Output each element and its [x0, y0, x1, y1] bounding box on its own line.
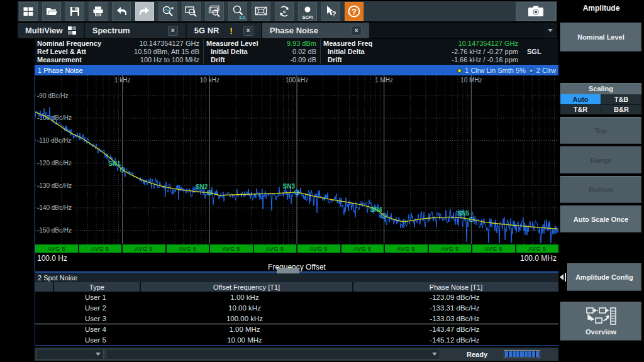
scpi-label: SCPI — [299, 15, 316, 19]
amplitude-config-button[interactable]: Amplitude Config — [567, 263, 641, 291]
info-value: -2.76 kHz / -0.27 ppm — [452, 48, 518, 56]
cell-phase-noise: -133.03 dBc/Hz — [351, 313, 558, 324]
magnifier-icon — [231, 5, 244, 15]
cell-offset-frequency[interactable]: 10.00 MHz — [138, 334, 351, 345]
table-row[interactable]: User 3 100.00 kHz -133.03 dBc/Hz — [35, 313, 558, 324]
nominal-level-button[interactable]: Nominal Level — [560, 23, 641, 52]
info-label: Initial Delta — [323, 48, 365, 56]
auto-scale-once-button[interactable]: Auto Scale Once — [560, 206, 641, 233]
zoom-area-icon — [184, 4, 198, 18]
windows-start-icon[interactable] — [19, 2, 38, 21]
info-value: -0.09 dB — [290, 56, 316, 64]
trace1-legend-label: 1 Clrw Lin Smth 5% — [465, 67, 526, 74]
scaling-option-auto[interactable]: Auto — [560, 94, 601, 104]
phase-noise-chart: 1 kHz10 kHz100 kHz1 MHz10 MHz-90 dBc/Hz-… — [35, 75, 558, 244]
row-spacer — [35, 313, 53, 324]
tab-overflow-button[interactable] — [543, 23, 557, 38]
svg-text:10 MHz: 10 MHz — [460, 77, 482, 84]
print-button[interactable] — [89, 2, 108, 21]
info-value: 100 Hz to 100 MHz — [140, 56, 199, 64]
config-panel-arrow-icon — [560, 273, 566, 282]
tab-multiview[interactable]: MultiView — [18, 23, 84, 38]
table-row[interactable]: User 2 10.00 kHz -133.31 dBc/Hz — [35, 302, 558, 313]
sgl-badge: SGL — [518, 48, 555, 56]
range-button[interactable]: Range — [560, 146, 641, 173]
tab-phase-noise-close-icon[interactable]: × — [352, 26, 362, 36]
cell-type: User 3 — [53, 313, 138, 324]
window2-title: 2 Spot Noise — [38, 274, 77, 282]
overview-label: Overview — [586, 327, 616, 336]
avg-cell: AVG 5 — [429, 244, 472, 253]
info-col-level: Measured Level9.93 dBm Initial Delta0.02… — [203, 39, 320, 64]
table-row[interactable]: User 1 1.00 kHz -123.09 dBc/Hz — [35, 292, 558, 302]
printer-icon — [92, 5, 104, 18]
info-label: Nominal Frequency — [37, 40, 101, 48]
save-button[interactable] — [65, 2, 84, 21]
svg-text:1 kHz: 1 kHz — [114, 77, 131, 84]
display-frame-button[interactable] — [252, 2, 270, 21]
info-extra — [518, 56, 555, 64]
help-question-glyph: ? — [352, 7, 357, 16]
tab-spectrum[interactable]: Spectrum × — [85, 23, 186, 38]
scaling-option-tb[interactable]: T&B — [601, 94, 641, 104]
scaling-option-br[interactable]: B&R — [601, 105, 641, 115]
cell-phase-noise: -123.09 dBc/Hz — [351, 292, 558, 302]
info-col-measured-freq: Measured Freq10.147354127 GHz Initial De… — [320, 39, 558, 64]
cell-offset-frequency[interactable]: 100.00 kHz — [138, 313, 351, 324]
status-dropdown-left[interactable] — [36, 349, 104, 359]
context-help-button[interactable]: ? — [321, 2, 340, 21]
status-message-dropdown[interactable] — [106, 349, 440, 359]
phase-noise-plot[interactable]: 1 kHz10 kHz100 kHz1 MHz10 MHz-90 dBc/Hz-… — [35, 75, 558, 244]
info-label: Drift — [206, 56, 225, 64]
scaling-option-tr[interactable]: T&R — [560, 105, 601, 115]
open-file-button[interactable] — [42, 2, 61, 21]
screenshot-camera-button[interactable] — [516, 2, 556, 21]
one-to-one-label: 1:1 — [229, 15, 245, 19]
overview-button[interactable]: Overview — [560, 302, 641, 341]
zoom-1to1-button[interactable]: 1:1 — [228, 2, 247, 21]
column-header-type: Type — [54, 282, 140, 292]
x-axis-end-label: 100.0 MHz — [520, 254, 557, 263]
svg-text:-90 dBc/Hz: -90 dBc/Hz — [37, 92, 68, 99]
pointer-question-glyph: ? — [332, 10, 336, 18]
zoom-area-button[interactable] — [182, 2, 201, 21]
trace1-dot-icon — [457, 69, 462, 73]
continuous-sweep-button[interactable]: s — [275, 2, 294, 21]
x-axis-start-label: 100.0 Hz — [37, 254, 67, 263]
cell-type: User 1 — [53, 292, 138, 302]
cell-offset-frequency[interactable]: 1.00 MHz — [138, 324, 351, 334]
trace-legend: 1 Clrw Lin Smth 5% 2 Clrw — [457, 67, 556, 74]
tab-5g-nr[interactable]: 5G NR ! × — [187, 23, 261, 38]
cell-offset-frequency[interactable]: 10.00 kHz — [138, 302, 351, 313]
zoom-trace-button[interactable] — [158, 2, 177, 21]
chevron-down-icon — [96, 353, 101, 356]
info-value: 10.50 dBm, Att 15 dB — [134, 48, 199, 56]
row-spacer — [35, 302, 53, 313]
svg-text:-110 dBc/Hz: -110 dBc/Hz — [37, 137, 71, 144]
row-spacer — [35, 324, 53, 334]
zoom-trace-icon — [161, 4, 175, 18]
avg-cell: AVG 5 — [472, 244, 515, 253]
sweep-repeat-icon: s — [277, 4, 291, 18]
table-row[interactable]: User 5 10.00 MHz -145.12 dBc/Hz — [35, 334, 558, 345]
avg-cell: AVG 5 — [123, 244, 165, 253]
cell-offset-frequency[interactable]: 1.00 kHz — [138, 292, 351, 302]
multi-window-zoom-button[interactable] — [205, 2, 224, 21]
remote-scpi-button[interactable]: SCPI — [298, 2, 317, 21]
tab-phase-noise[interactable]: Phase Noise × — [262, 23, 369, 38]
phase-noise-window-titlebar[interactable]: 1 Phase Noise 1 Clrw Lin Smth 5% 2 Clrw — [35, 65, 558, 75]
bottom-button[interactable]: Bottom — [560, 176, 641, 203]
svg-text:SN3: SN3 — [283, 183, 296, 190]
help-button[interactable]: ? — [345, 2, 364, 21]
undo-button[interactable] — [112, 2, 131, 21]
table-row[interactable]: User 4 1.00 MHz -143.47 dBc/Hz — [35, 324, 558, 334]
sweep-s-glyph: s — [283, 9, 286, 14]
window-splitter-handle[interactable] — [277, 268, 299, 273]
phase-noise-window: 1 Phase Noise 1 Clrw Lin Smth 5% 2 Clrw … — [35, 65, 559, 272]
top-button[interactable]: Top — [560, 117, 641, 144]
spot-noise-window-titlebar[interactable]: 2 Spot Noise — [35, 273, 558, 282]
tab-5g-nr-close-icon[interactable]: × — [243, 26, 253, 36]
softkey-sidebar: Amplitude Nominal Level Scaling Auto T&B… — [558, 0, 644, 362]
tab-spectrum-close-icon[interactable]: × — [168, 26, 178, 36]
redo-button[interactable] — [135, 2, 154, 21]
